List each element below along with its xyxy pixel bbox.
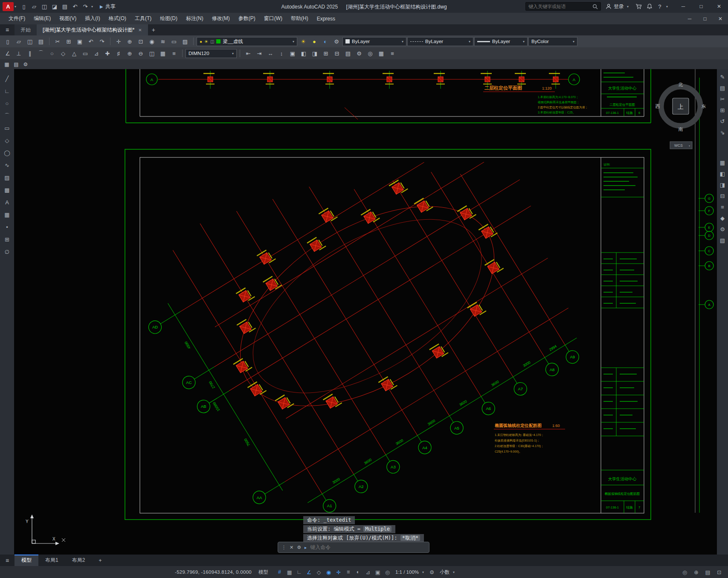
divide-tool-icon[interactable]: ∅ (3, 248, 12, 256)
hatch-tool-icon[interactable]: ▨ (3, 174, 12, 181)
layer-settings-icon[interactable]: ⚙ (331, 37, 342, 46)
doc-close-button[interactable]: ✕ (713, 13, 728, 24)
undo-icon[interactable]: ↶ (70, 2, 80, 11)
cut-icon[interactable]: ✂ (52, 37, 63, 46)
polar-toggle-icon[interactable]: ∠ (305, 569, 313, 575)
tab-start[interactable]: 开始 (15, 24, 37, 35)
toolbar3-icon[interactable]: ▦ (3, 60, 11, 69)
block-tool-icon[interactable]: ⊞ (3, 236, 12, 243)
layer-states-icon[interactable]: ☀ (298, 37, 308, 46)
tab-model[interactable]: 模型 (15, 555, 38, 566)
lineweight-toggle-icon[interactable]: ≡ (344, 569, 353, 575)
logo-caret-icon[interactable]: ▾ (15, 5, 16, 9)
doc-restore-button[interactable]: □ (697, 13, 713, 24)
toolbar2-icon[interactable]: ▭ (80, 49, 90, 58)
otrack-toggle-icon[interactable]: ✛ (334, 569, 343, 575)
dim-style-dropdown[interactable]: DIMN120 ▾ (186, 49, 237, 58)
properties-icon[interactable]: ▦ (718, 159, 727, 166)
edit-icon[interactable]: ✎ (718, 73, 727, 81)
menu-modify[interactable]: 修改(M) (208, 13, 234, 24)
close-button[interactable]: ✕ (710, 0, 728, 13)
toolbar2-icon[interactable]: ∥ (25, 49, 35, 58)
spline-tool-icon[interactable]: ∿ (3, 162, 12, 169)
command-input-bar[interactable]: ⋮ ✕ ⚙ ▸ (278, 542, 429, 553)
new-icon[interactable]: ▯ (3, 37, 13, 46)
menu-format[interactable]: 格式(O) (104, 13, 131, 24)
toolbar3-icon[interactable]: ⚙ (21, 60, 30, 69)
undo-tool-icon[interactable]: ↶ (86, 37, 96, 46)
menu-parametric[interactable]: 参数(P) (234, 13, 260, 24)
layer-freeze-icon[interactable]: ◐ (320, 37, 331, 46)
save-as-icon[interactable]: ◪ (49, 2, 60, 11)
share-button[interactable]: ▶ 共享 (100, 3, 116, 10)
list-icon[interactable]: ≡ (718, 203, 727, 211)
zoom-window-icon[interactable]: ⊡ (136, 37, 146, 46)
toolbar2-icon[interactable]: △ (69, 49, 79, 58)
toolbar2-icon[interactable]: ○ (47, 49, 57, 58)
settings-gear-icon[interactable]: ⚙ (427, 569, 436, 575)
toolbar2-icon[interactable]: ◎ (365, 49, 375, 58)
ellipse-tool-icon[interactable]: ◯ (3, 149, 12, 157)
menu-dimension[interactable]: 标注(N) (182, 13, 208, 24)
tab-menu-icon[interactable]: ≡ (0, 24, 15, 35)
layer-off-icon[interactable]: ⊟ (718, 192, 727, 200)
array-icon[interactable]: ⊞ (718, 107, 727, 114)
scale-caret-icon[interactable]: ▾ (422, 570, 424, 574)
color-dropdown[interactable]: ByLayer ▾ (342, 37, 406, 46)
ortho-toggle-icon[interactable]: ∟ (295, 569, 304, 575)
search-box[interactable] (525, 2, 601, 11)
toolbar2-icon[interactable]: ✚ (102, 49, 113, 58)
rotate-icon[interactable]: ↺ (718, 118, 727, 125)
layer-walk-icon[interactable]: ◧ (718, 170, 727, 177)
move-icon[interactable]: ⇘ (718, 129, 727, 136)
toolbar2-icon[interactable]: ⊟ (332, 49, 342, 58)
open-file-icon[interactable]: ▱ (29, 2, 39, 11)
command-input[interactable] (310, 544, 426, 550)
toolbar2-icon[interactable]: ⊿ (91, 49, 102, 58)
menu-file[interactable]: 文件(F) (4, 13, 29, 24)
model-space-button[interactable]: 模型 (255, 569, 272, 575)
toolbar3-icon[interactable]: ▤ (12, 60, 20, 69)
toolbar2-icon[interactable]: ◇ (58, 49, 68, 58)
save-file-icon[interactable]: ◫ (39, 2, 49, 11)
paste-icon[interactable]: ▣ (75, 37, 85, 46)
osnap-toggle-icon[interactable]: ◉ (324, 569, 333, 575)
new-file-icon[interactable]: ▯ (19, 2, 29, 11)
redo-icon[interactable]: ↷ (80, 2, 90, 11)
annotation-scale[interactable]: 1:1 / 100% (395, 569, 419, 575)
qat-caret-icon[interactable]: ▾ (91, 5, 93, 9)
new-tab-button[interactable]: + (148, 24, 159, 35)
copy-icon[interactable]: ⊞ (64, 37, 74, 46)
workspace-switch-icon[interactable]: ▤ (703, 569, 712, 575)
cad-drawing[interactable]: A A 二层柱定位平面图 1:120 1.本层柱标高为:4.170~8.070；… (14, 69, 717, 555)
toolbar2-icon[interactable]: ♯ (113, 49, 124, 58)
toolbar2-icon[interactable]: ⇥ (254, 49, 264, 58)
menu-edit[interactable]: 编辑(E) (29, 13, 55, 24)
toolbar2-icon[interactable]: ◫ (147, 49, 157, 58)
tab-close-icon[interactable]: ✕ (138, 28, 142, 32)
hatch-edit-icon[interactable]: ▧ (718, 237, 727, 244)
pan-icon[interactable]: ✛ (113, 37, 124, 46)
toolbar2-icon[interactable]: ◨ (310, 49, 320, 58)
zoom-previous-icon[interactable]: ◉ (147, 37, 157, 46)
toolbar2-icon[interactable]: ⚙ (354, 49, 364, 58)
clean-screen-icon[interactable]: ⊡ (715, 569, 724, 575)
help-caret-icon[interactable]: ▾ (666, 5, 668, 9)
toolbar2-icon[interactable]: ◧ (299, 49, 309, 58)
toolbar2-icon[interactable]: ⇤ (243, 49, 253, 58)
drawing-canvas[interactable]: A A 二层柱定位平面图 1:120 1.本层柱标高为:4.170~8.070；… (14, 69, 717, 555)
tab-drawing[interactable]: [湖州]某大学生活动中心框架结构设计图* ✕ (37, 24, 148, 35)
toolbar2-icon[interactable]: ⊥ (14, 49, 24, 58)
minimize-button[interactable]: ─ (674, 0, 692, 13)
table-tool-icon[interactable]: ▦ (3, 211, 12, 218)
rectangle-icon[interactable]: ▭ (169, 37, 179, 46)
command-customize-icon[interactable]: ⚙ (297, 545, 301, 550)
save-icon[interactable]: ◫ (25, 37, 35, 46)
plot-icon[interactable]: ▤ (60, 2, 70, 11)
toolbar2-icon[interactable]: ≡ (169, 49, 179, 58)
hatch-icon[interactable]: ▨ (180, 37, 190, 46)
menu-express[interactable]: Express (313, 13, 339, 24)
toolbar2-icon[interactable]: ⌒ (36, 49, 46, 58)
command-drag-handle[interactable]: ⋮ (281, 545, 286, 550)
toolbar2-icon[interactable]: ↕ (276, 49, 287, 58)
